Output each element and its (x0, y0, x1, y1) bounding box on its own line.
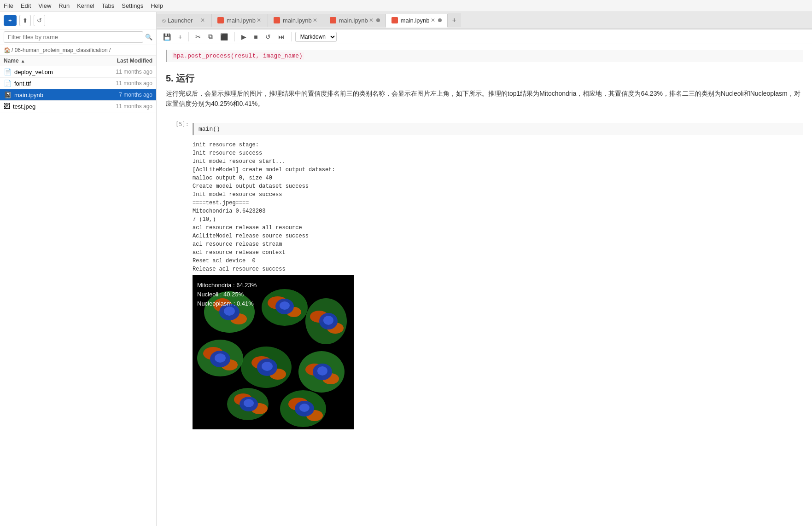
menubar: File Edit View Run Kernel Tabs Settings … (0, 0, 812, 12)
notebook-content: hpa.post_process(result, image_name) 5. … (157, 44, 812, 526)
menu-file[interactable]: File (4, 2, 13, 9)
menu-tabs[interactable]: Tabs (102, 2, 114, 9)
code-cell-top: hpa.post_process(result, image_name) (166, 48, 803, 64)
file-modified: 11 months ago (93, 69, 152, 75)
output-block: init resource stage: Init resource succe… (193, 141, 803, 273)
tab-close-icon[interactable]: ✕ (430, 17, 436, 23)
search-box: 🔍 (0, 29, 156, 45)
cell-type-select[interactable]: Markdown Code Raw (295, 32, 337, 42)
run-button[interactable]: ▶ (239, 32, 249, 42)
new-button[interactable]: + (4, 15, 17, 26)
code-block[interactable]: main() (193, 123, 803, 135)
svg-point-35 (323, 316, 333, 325)
home-icon[interactable]: 🏠 (4, 47, 11, 53)
tab-label: main.ipynb (283, 17, 312, 24)
section-heading: 5. 运行 (166, 72, 803, 85)
svg-point-38 (317, 366, 327, 376)
cell-prompt: [5]: (166, 121, 189, 127)
svg-point-39 (244, 399, 254, 407)
cut-button[interactable]: ✂ (193, 32, 204, 42)
tab-label: main.ipynb (227, 17, 256, 24)
tabs-bar: ⎋ Launcher ✕ main.ipynb ✕ main.ipynb ✕ m… (157, 12, 812, 29)
paste-button[interactable]: ⬛ (217, 32, 231, 42)
code-text: main() (199, 126, 220, 133)
list-item[interactable]: 📄 font.ttf 11 months ago (0, 78, 156, 89)
tab-label: Launcher (168, 17, 193, 24)
tab-close-icon[interactable]: ✕ (312, 17, 318, 23)
notebook-tab-icon (330, 17, 336, 23)
file-list: 📄 deploy_vel.om 11 months ago 📄 font.ttf… (0, 66, 156, 526)
sidebar: + ⬆ ↺ 🔍 🏠 / 06-human_protein_map_classif… (0, 12, 157, 526)
file-list-header: Name ▲ Last Modified (0, 56, 156, 66)
notebook-toolbar: 💾 + ✂ ⧉ ⬛ ▶ ■ ↺ ⏭ Markdown Code Raw (157, 29, 812, 44)
list-item[interactable]: 📄 deploy_vel.om 11 months ago (0, 66, 156, 78)
file-icon: 📄 (4, 80, 12, 87)
file-name: deploy_vel.om (14, 69, 93, 75)
code-block[interactable]: hpa.post_process(result, image_name) (166, 50, 803, 62)
main-code-cell: [5]: main() (166, 121, 803, 137)
upload-button[interactable]: ⬆ (19, 15, 31, 26)
tab-notebook-4[interactable]: main.ipynb ✕ (386, 14, 448, 28)
add-tab-button[interactable]: + (448, 13, 461, 27)
menu-edit[interactable]: Edit (21, 2, 31, 9)
file-name: main.ipynb (14, 92, 93, 98)
notebook-tab-icon (217, 17, 224, 23)
svg-point-33 (224, 306, 235, 316)
copy-button[interactable]: ⧉ (205, 31, 216, 42)
tab-label: main.ipynb (339, 17, 368, 24)
tab-notebook-2[interactable]: main.ipynb ✕ (268, 14, 324, 27)
markdown-section: 5. 运行 运行完成后，会显示推理后的图片，推理结果中的置信度排名前三的类别名称… (166, 68, 803, 117)
save-button[interactable]: 💾 (160, 32, 174, 42)
tab-close-icon[interactable]: ✕ (256, 17, 262, 23)
toolbar-divider (188, 32, 189, 41)
name-column-header[interactable]: Name ▲ (4, 58, 93, 64)
svg-point-40 (299, 404, 310, 412)
output-image: Mitochondria : 64.23% Nucleoli : 40.25% … (193, 275, 803, 429)
menu-view[interactable]: View (38, 2, 51, 9)
content-area: ⎋ Launcher ✕ main.ipynb ✕ main.ipynb ✕ m… (157, 12, 812, 526)
tab-notebook-3[interactable]: main.ipynb ✕ (324, 14, 386, 27)
tab-launcher[interactable]: ⎋ Launcher ✕ (157, 14, 212, 27)
refresh-button[interactable]: ↺ (34, 15, 45, 26)
tab-label: main.ipynb (401, 17, 430, 24)
menu-kernel[interactable]: Kernel (77, 2, 94, 9)
svg-point-36 (215, 353, 226, 363)
code-text: hpa.post_process(result, image_name) (172, 52, 304, 60)
unsaved-dot (438, 18, 442, 22)
sidebar-toolbar: + ⬆ ↺ (0, 12, 156, 29)
launch-icon: ⎋ (162, 17, 166, 24)
svg-text:Mitochondria : 64.23%: Mitochondria : 64.23% (197, 282, 257, 289)
restart-button[interactable]: ↺ (263, 32, 274, 42)
unsaved-dot (376, 18, 380, 22)
fast-forward-button[interactable]: ⏭ (275, 32, 287, 42)
image-icon: 🖼 (4, 103, 10, 110)
search-input[interactable] (4, 31, 143, 43)
notebook-tab-icon (274, 17, 280, 23)
breadcrumb: 🏠 / 06-human_protein_map_classification … (0, 45, 156, 56)
breadcrumb-path: / 06-human_protein_map_classification / (12, 47, 111, 53)
menu-settings[interactable]: Settings (122, 2, 143, 9)
notebook-icon: 📓 (4, 91, 12, 98)
file-modified: 11 months ago (93, 103, 152, 110)
file-icon: 📄 (4, 68, 12, 75)
svg-point-34 (280, 301, 290, 310)
file-modified: 11 months ago (93, 80, 152, 87)
tab-notebook-1[interactable]: main.ipynb ✕ (212, 14, 268, 27)
tab-close-icon[interactable]: ✕ (368, 17, 374, 23)
search-icon: 🔍 (145, 34, 152, 40)
file-modified: 7 months ago (93, 92, 152, 98)
stop-button[interactable]: ■ (251, 32, 260, 42)
svg-text:Nucleoplasm : 0.41%: Nucleoplasm : 0.41% (197, 300, 254, 307)
add-cell-button[interactable]: + (175, 32, 185, 42)
svg-text:Nucleoli : 40.25%: Nucleoli : 40.25% (197, 291, 244, 298)
list-item[interactable]: 🖼 test.jpeg 11 months ago (0, 101, 156, 112)
list-item[interactable]: 📓 main.ipynb 7 months ago (0, 89, 156, 101)
file-name: font.ttf (14, 80, 93, 87)
tab-close-icon[interactable]: ✕ (199, 17, 206, 23)
menu-help[interactable]: Help (151, 2, 163, 9)
modified-column-header[interactable]: Last Modified (93, 58, 152, 64)
file-name: test.jpeg (13, 103, 93, 110)
menu-run[interactable]: Run (58, 2, 70, 9)
toolbar-divider (234, 32, 235, 41)
sort-arrow-icon: ▲ (21, 58, 25, 64)
